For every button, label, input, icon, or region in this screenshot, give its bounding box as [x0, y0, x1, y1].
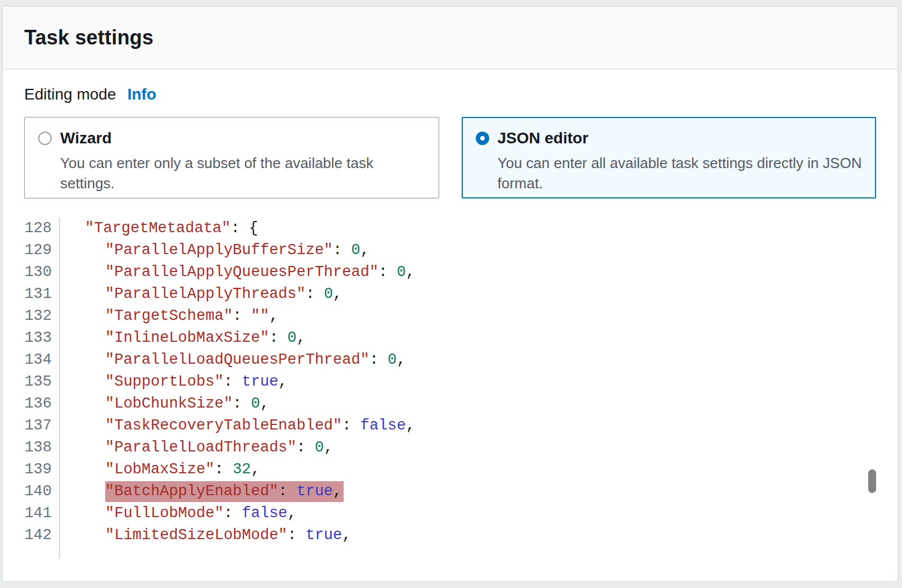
code-token: "LobChunkSize" [105, 395, 233, 412]
code-token: , [360, 242, 369, 259]
code-token: "ParallelApplyThreads" [105, 286, 305, 302]
code-line[interactable]: 129"ParallelApplyBufferSize": 0, [24, 239, 876, 261]
code-token: 32 [233, 461, 251, 478]
highlighted-line: "BatchApplyEnabled": true, [105, 481, 344, 502]
code-text: "LimitedSizeLobMode": true, [60, 524, 351, 546]
tile-json-editor[interactable]: JSON editor You can enter all available … [462, 117, 877, 198]
code-token: "LobMaxSize" [105, 461, 214, 478]
code-line[interactable]: 130"ParallelApplyQueuesPerThread": 0, [24, 261, 876, 283]
radio-json-editor[interactable] [476, 132, 489, 145]
code-line[interactable]: 131"ParallelApplyThreads": 0, [24, 283, 876, 305]
code-line[interactable]: 132"TargetSchema": "", [24, 305, 876, 327]
code-token: "LimitedSizeLobMode" [105, 527, 287, 544]
code-text: "BatchApplyEnabled": true, [60, 481, 344, 503]
code-token: "ParallelLoadQueuesPerThread" [105, 351, 369, 368]
code-line[interactable]: 141"FullLobMode": false, [24, 503, 876, 524]
editing-mode-label: Editing mode [24, 85, 116, 103]
code-line[interactable]: 137"TaskRecoveryTableEnabled": false, [24, 415, 876, 437]
code-token: , [269, 307, 278, 324]
code-token: : [296, 439, 314, 456]
code-token: 0 [324, 286, 333, 302]
code-token: 0 [315, 439, 324, 456]
code-token: "ParallelApplyBufferSize" [105, 242, 333, 259]
json-editor[interactable]: 128"TargetMetadata": {129"ParallelApplyB… [24, 218, 876, 559]
editing-mode-row: Editing mode Info [24, 85, 876, 106]
code-text: "ParallelLoadThreads": 0, [60, 437, 333, 459]
code-token: : [342, 417, 360, 434]
line-number: 140 [24, 481, 60, 503]
screen: Task settings Editing mode Info Wizard Y… [0, 0, 902, 588]
line-number: 131 [24, 283, 60, 305]
code-token: 0 [251, 395, 260, 412]
code-text: "TaskRecoveryTableEnabled": false, [60, 415, 415, 437]
line-number: 129 [24, 239, 60, 261]
code-token: "TargetSchema" [105, 307, 233, 324]
code-text: "ParallelLoadQueuesPerThread": 0, [60, 349, 406, 371]
code-token: "ParallelApplyQueuesPerThread" [105, 264, 378, 281]
code-text: "FullLobMode": false, [60, 503, 296, 524]
code-token: "TaskRecoveryTableEnabled" [105, 417, 342, 434]
panel-body: Editing mode Info Wizard You can enter o… [3, 70, 898, 559]
code-token: , [287, 505, 296, 522]
code-token: : [287, 527, 305, 544]
code-token: true [296, 483, 333, 500]
code-token: : [305, 286, 323, 302]
code-token: "FullLobMode" [105, 505, 224, 522]
scrollbar-thumb[interactable] [868, 469, 876, 493]
code-token: : [278, 483, 296, 500]
code-text: "SupportLobs": true, [60, 371, 287, 393]
code-token: 0 [387, 351, 396, 368]
code-token: : [224, 373, 242, 390]
code-line[interactable]: 133"InlineLobMaxSize": 0, [24, 327, 876, 349]
code-token: , [342, 527, 351, 544]
tile-json-editor-head: JSON editor [476, 129, 863, 147]
code-token: , [406, 264, 415, 281]
code-line[interactable]: 128"TargetMetadata": { [24, 218, 876, 239]
line-number: 132 [24, 305, 60, 327]
line-number: 141 [24, 503, 60, 524]
code-text: "LobChunkSize": 0, [60, 393, 269, 415]
code-line[interactable]: 136"LobChunkSize": 0, [24, 393, 876, 415]
tile-wizard-title: Wizard [60, 129, 112, 147]
code-line[interactable]: 139"LobMaxSize": 32, [24, 459, 876, 481]
code-token: , [333, 286, 342, 302]
gutter-tail [24, 546, 876, 559]
code-token: "SupportLobs" [105, 373, 224, 390]
code-line[interactable]: 138"ParallelLoadThreads": 0, [24, 437, 876, 459]
tile-json-editor-description: You can enter all available task setting… [498, 153, 863, 193]
code-token: false [360, 417, 406, 434]
code-token: , [260, 395, 269, 412]
code-text: "TargetSchema": "", [60, 305, 278, 327]
code-line[interactable]: 142"LimitedSizeLobMode": true, [24, 524, 876, 546]
code-text: "ParallelApplyBufferSize": 0, [60, 239, 369, 261]
line-number: 139 [24, 459, 60, 481]
line-number: 137 [24, 415, 60, 437]
code-token: : [233, 307, 251, 324]
code-line[interactable]: 135"SupportLobs": true, [24, 371, 876, 393]
code-token: true [305, 527, 342, 544]
code-token: "InlineLobMaxSize" [105, 329, 269, 346]
code-line[interactable]: 134"ParallelLoadQueuesPerThread": 0, [24, 349, 876, 371]
code-token: , [251, 461, 260, 478]
tile-json-editor-title: JSON editor [498, 129, 589, 147]
code-token: : [233, 395, 251, 412]
code-token: "ParallelLoadThreads" [105, 439, 296, 456]
code-text: "TargetMetadata": { [60, 218, 258, 239]
code-token: : [369, 351, 387, 368]
line-number: 135 [24, 371, 60, 393]
tile-wizard-head: Wizard [38, 129, 425, 147]
code-token: : [214, 461, 232, 478]
radio-wizard[interactable] [38, 132, 52, 145]
code-token: "BatchApplyEnabled" [105, 483, 278, 500]
line-number: 142 [24, 524, 60, 546]
code-line[interactable]: 140"BatchApplyEnabled": true, [24, 481, 876, 503]
gutter-tail-line [24, 546, 60, 559]
code-token: : [269, 329, 287, 346]
code-text: "ParallelApplyQueuesPerThread": 0, [60, 261, 415, 283]
page-title: Task settings [24, 26, 154, 49]
line-number: 130 [24, 261, 60, 283]
code-token: : [224, 505, 242, 522]
code-token: false [242, 505, 287, 522]
tile-wizard[interactable]: Wizard You can enter only a subset of th… [24, 117, 439, 198]
info-link[interactable]: Info [127, 85, 156, 103]
